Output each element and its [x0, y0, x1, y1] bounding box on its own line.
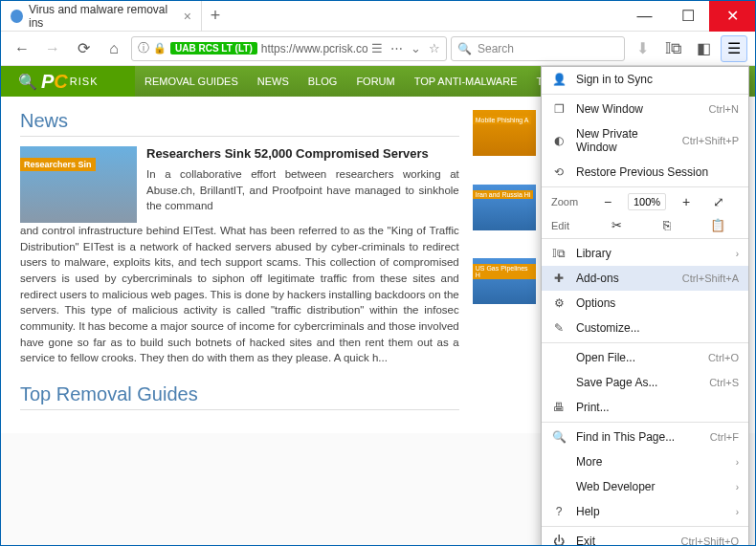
- paste-button[interactable]: 📋: [696, 218, 739, 232]
- user-icon: 👤: [551, 73, 567, 86]
- menu-new-window[interactable]: ❐New WindowCtrl+N: [542, 97, 748, 121]
- nav-forum[interactable]: FORUM: [346, 66, 404, 97]
- search-icon: 🔍: [551, 430, 567, 444]
- lead-intro: In a collaborative effort between resear…: [146, 166, 459, 214]
- lead-image: Researchers Sin: [20, 146, 137, 223]
- exit-icon: ⏻: [551, 535, 567, 546]
- ssl-org: UAB RCS LT (LT): [170, 42, 257, 55]
- menu-help[interactable]: ?Help›: [542, 499, 748, 524]
- close-window-button[interactable]: ✕: [709, 1, 755, 32]
- top-removal-heading: Top Removal Guides: [20, 383, 459, 405]
- close-tab-icon[interactable]: ×: [184, 9, 191, 24]
- search-placeholder: Search: [478, 42, 514, 55]
- menu-edit-row: Edit ✂ ⎘ 📋: [542, 214, 748, 236]
- site-logo[interactable]: 🔍 PCRISK: [1, 66, 135, 97]
- menu-restore-session[interactable]: ⟲Restore Previous Session: [542, 160, 748, 185]
- side-image: Mobile Phishing A: [473, 110, 536, 156]
- maximize-button[interactable]: ☐: [666, 1, 709, 32]
- window-icon: ❐: [551, 102, 567, 116]
- zoom-in-button[interactable]: +: [674, 194, 699, 209]
- main-column: News Researchers Sin Researchers Sink 52…: [20, 110, 459, 420]
- zoom-out-button[interactable]: −: [595, 194, 620, 209]
- magnifier-icon: 🔍: [18, 73, 37, 91]
- library-icon[interactable]: 𝕀⧉: [659, 35, 686, 62]
- favicon-icon: [11, 10, 23, 23]
- menu-options[interactable]: ⚙Options: [542, 291, 748, 316]
- new-tab-button[interactable]: +: [202, 6, 229, 26]
- info-icon[interactable]: ⓘ: [138, 40, 149, 56]
- url-text: https://www.pcrisk.com: [261, 42, 367, 55]
- forward-button[interactable]: →: [39, 35, 66, 62]
- lead-title: Researchers Sink 52,000 Compromised Serv…: [146, 146, 459, 161]
- star-icon[interactable]: ☆: [429, 41, 440, 55]
- reader-icon[interactable]: ☰: [371, 41, 383, 55]
- gear-icon: ⚙: [551, 296, 567, 310]
- menu-new-private[interactable]: ◐New Private WindowCtrl+Shift+P: [542, 121, 748, 160]
- lead-continuation: and control infrastructure behind EITest…: [20, 223, 459, 366]
- menu-find[interactable]: 🔍Find in This Page...Ctrl+F: [542, 425, 748, 449]
- menu-addons[interactable]: ✚Add-onsCtrl+Shift+A: [542, 266, 748, 291]
- side-image: Iran and Russia Hi: [473, 185, 536, 230]
- library-icon: 𝕀⧉: [551, 247, 567, 260]
- lock-icon: 🔒: [153, 42, 167, 55]
- menu-more[interactable]: More›: [542, 449, 748, 474]
- pocket-icon[interactable]: ⌄: [411, 41, 421, 55]
- browser-tab[interactable]: Virus and malware removal ins ×: [1, 1, 202, 32]
- menu-customize[interactable]: ✎Customize...: [542, 316, 748, 340]
- cut-button[interactable]: ✂: [595, 218, 638, 232]
- lead-image-tag: Researchers Sin: [20, 158, 96, 171]
- brush-icon: ✎: [551, 321, 567, 335]
- url-bar[interactable]: ⓘ 🔒 UAB RCS LT (LT) https://www.pcrisk.c…: [131, 36, 447, 61]
- sidebar-icon[interactable]: ◧: [690, 35, 717, 62]
- nav-news[interactable]: NEWS: [248, 66, 299, 97]
- titlebar: Virus and malware removal ins × + — ☐ ✕: [1, 1, 755, 32]
- tab-title: Virus and malware removal ins: [29, 3, 174, 30]
- copy-button[interactable]: ⎘: [646, 218, 689, 232]
- menu-button[interactable]: ☰: [721, 35, 747, 62]
- back-button[interactable]: ←: [9, 35, 35, 62]
- home-button[interactable]: ⌂: [100, 35, 127, 62]
- downloads-icon[interactable]: ⬇: [629, 35, 656, 62]
- menu-webdev[interactable]: Web Developer›: [542, 474, 748, 499]
- menu-open-file[interactable]: Open File...Ctrl+O: [542, 345, 748, 370]
- lead-article[interactable]: Researchers Sin Researchers Sink 52,000 …: [20, 146, 459, 223]
- mask-icon: ◐: [551, 134, 567, 147]
- nav-removal-guides[interactable]: REMOVAL GUIDES: [135, 66, 248, 97]
- window-controls: — ☐ ✕: [623, 1, 755, 32]
- print-icon: 🖶: [551, 401, 567, 414]
- fullscreen-button[interactable]: ⤢: [706, 194, 731, 209]
- puzzle-icon: ✚: [551, 272, 567, 285]
- nav-blog[interactable]: BLOG: [299, 66, 347, 97]
- restore-icon: ⟲: [551, 165, 567, 179]
- help-icon: ?: [551, 505, 567, 518]
- zoom-value[interactable]: 100%: [628, 193, 666, 210]
- minimize-button[interactable]: —: [623, 1, 666, 32]
- dots-icon[interactable]: ⋯: [390, 41, 403, 55]
- divider: [20, 409, 459, 410]
- menu-library[interactable]: 𝕀⧉Library›: [542, 241, 748, 266]
- menu-save-as[interactable]: Save Page As...Ctrl+S: [542, 370, 748, 395]
- divider: [20, 136, 459, 137]
- search-bar[interactable]: 🔍 Search: [451, 36, 625, 61]
- nav-antimalware[interactable]: TOP ANTI-MALWARE: [405, 66, 527, 97]
- news-heading: News: [20, 110, 459, 132]
- search-icon: 🔍: [457, 42, 472, 55]
- menu-print[interactable]: 🖶Print...: [542, 395, 748, 420]
- toolbar: ← → ⟳ ⌂ ⓘ 🔒 UAB RCS LT (LT) https://www.…: [1, 32, 755, 66]
- menu-signin[interactable]: 👤Sign in to Sync: [542, 67, 748, 92]
- menu-exit[interactable]: ⏻ExitCtrl+Shift+Q: [542, 529, 748, 546]
- menu-zoom-row: Zoom − 100% + ⤢: [542, 189, 748, 214]
- app-menu: 👤Sign in to Sync ❐New WindowCtrl+N ◐New …: [541, 66, 749, 546]
- side-image: US Gas Pipelines H: [473, 258, 536, 304]
- reload-button[interactable]: ⟳: [70, 35, 97, 62]
